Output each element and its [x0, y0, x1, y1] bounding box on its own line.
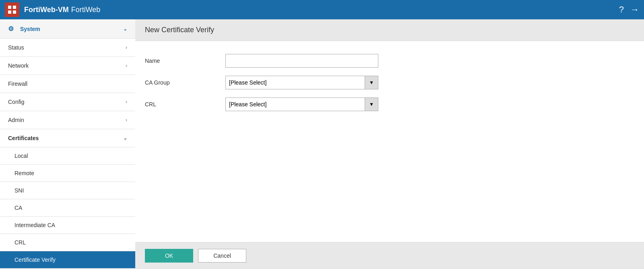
crl-select-wrapper: [Please Select] ▼ — [225, 97, 378, 111]
sidebar-crl-label: CRL — [14, 239, 26, 246]
topbar: FortiWeb-VM FortiWeb ? → — [0, 0, 644, 19]
ok-button[interactable]: OK — [145, 249, 193, 263]
gear-icon: ⚙ — [8, 25, 14, 33]
sidebar-item-certificate-verify[interactable]: Certificate Verify — [0, 251, 135, 269]
product-line: FortiWeb — [71, 6, 101, 14]
ca-group-select[interactable]: [Please Select] — [225, 76, 378, 89]
chevron-right-icon: › — [126, 63, 127, 68]
sidebar-item-network[interactable]: Network › — [0, 57, 135, 75]
main-layout: ⚙ System ⌄ Status › Network › Firewall — [0, 19, 644, 269]
help-icon[interactable]: ? — [619, 4, 624, 15]
app-logo — [5, 2, 19, 17]
sidebar-certificate-verify-label: Certificate Verify — [14, 257, 56, 263]
content-header: New Certificate Verify — [135, 19, 644, 41]
sidebar-item-ca[interactable]: CA — [0, 199, 135, 217]
sidebar-nav: ⚙ System ⌄ Status › Network › Firewall — [0, 19, 135, 269]
ca-group-select-wrapper: [Please Select] ▼ — [225, 76, 378, 89]
sidebar-item-local[interactable]: Local — [0, 147, 135, 165]
chevron-down-icon: ⌄ — [123, 26, 127, 32]
sidebar-item-certificates[interactable]: Certificates ⌄ — [0, 129, 135, 147]
sidebar-item-config[interactable]: Config › — [0, 93, 135, 111]
product-name: FortiWeb-VM — [24, 6, 69, 14]
sidebar-item-admin[interactable]: Admin › — [0, 111, 135, 129]
logout-icon[interactable]: → — [630, 4, 639, 15]
content-area: New Certificate Verify Name CA Group [Pl… — [135, 19, 644, 269]
chevron-right-icon: › — [126, 117, 127, 123]
sidebar-config-label: Config — [8, 99, 24, 105]
crl-label: CRL — [145, 101, 225, 108]
sidebar-item-sni[interactable]: SNI — [0, 182, 135, 199]
sidebar-ca-label: CA — [14, 205, 22, 211]
topbar-actions: ? → — [619, 4, 639, 15]
chevron-right-icon: › — [126, 99, 127, 105]
sidebar-item-firewall[interactable]: Firewall — [0, 75, 135, 93]
form-actions: OK Cancel — [135, 242, 644, 269]
name-label: Name — [145, 58, 225, 64]
form-row-name: Name — [145, 54, 634, 68]
sidebar-system-label: System — [20, 26, 40, 32]
form-row-ca-group: CA Group [Please Select] ▼ — [145, 76, 634, 89]
content-body: Name CA Group [Please Select] ▼ CRL [ — [135, 41, 644, 242]
sidebar-intermediate-ca-label: Intermediate CA — [14, 222, 55, 228]
svg-rect-1 — [13, 6, 16, 9]
sidebar-remote-label: Remote — [14, 170, 34, 176]
page-title: New Certificate Verify — [145, 26, 634, 34]
ca-group-label: CA Group — [145, 79, 225, 86]
svg-rect-3 — [13, 10, 16, 14]
cancel-button[interactable]: Cancel — [198, 249, 246, 263]
chevron-right-icon: › — [126, 45, 127, 50]
sidebar-network-label: Network — [8, 62, 29, 69]
sidebar-item-system[interactable]: ⚙ System ⌄ — [0, 19, 135, 39]
sidebar-status-label: Status — [8, 44, 24, 51]
name-input[interactable] — [225, 54, 378, 68]
sidebar-item-intermediate-ca[interactable]: Intermediate CA — [0, 217, 135, 234]
sidebar-item-remote[interactable]: Remote — [0, 165, 135, 182]
chevron-down-icon: ⌄ — [123, 135, 127, 141]
svg-rect-2 — [8, 10, 11, 14]
sidebar-sni-label: SNI — [14, 187, 24, 194]
sidebar: ⚙ System ⌄ Status › Network › Firewall — [0, 19, 135, 269]
sidebar-admin-label: Admin — [8, 117, 24, 123]
svg-rect-0 — [8, 6, 11, 9]
sidebar-item-status[interactable]: Status › — [0, 39, 135, 57]
sidebar-firewall-label: Firewall — [8, 81, 27, 87]
sidebar-certificates-label: Certificates — [8, 135, 39, 141]
form-row-crl: CRL [Please Select] ▼ — [145, 97, 634, 111]
sidebar-item-crl[interactable]: CRL — [0, 234, 135, 251]
sidebar-local-label: Local — [14, 153, 28, 159]
crl-select[interactable]: [Please Select] — [225, 97, 378, 111]
